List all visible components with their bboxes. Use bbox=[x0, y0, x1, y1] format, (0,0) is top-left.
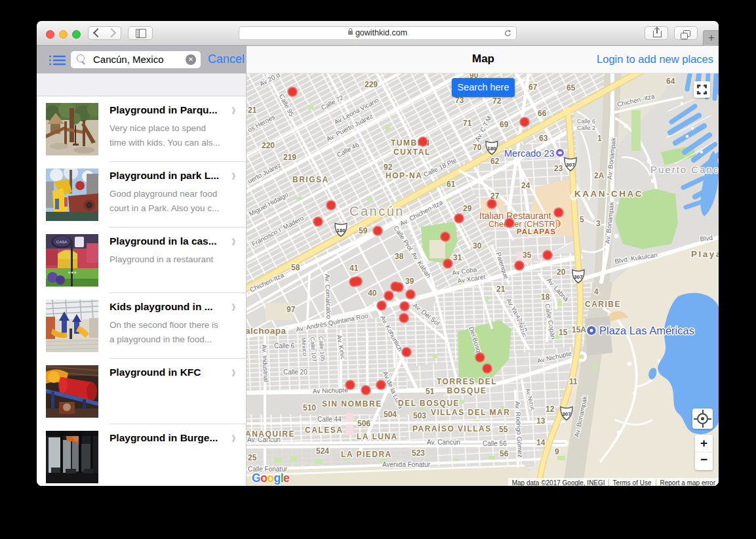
svg-text:510: 510 bbox=[303, 403, 316, 412]
svg-text:307: 307 bbox=[566, 162, 575, 168]
svg-text:72: 72 bbox=[492, 96, 502, 106]
svg-text:15A: 15A bbox=[572, 325, 586, 334]
svg-text:KAAN-CHAC: KAAN-CHAC bbox=[574, 189, 643, 199]
svg-text:67: 67 bbox=[528, 83, 538, 92]
svg-text:Calle 20: Calle 20 bbox=[283, 369, 308, 376]
svg-text:BRIGSA: BRIGSA bbox=[292, 175, 329, 184]
svg-text:524: 524 bbox=[316, 447, 329, 456]
svg-text:21: 21 bbox=[248, 106, 257, 115]
svg-text:Avenida Fonatur: Avenida Fonatur bbox=[382, 461, 431, 468]
svg-text:Calle 56: Calle 56 bbox=[483, 440, 507, 447]
svg-text:VILLAS DEL MAR: VILLAS DEL MAR bbox=[431, 408, 510, 417]
svg-text:51: 51 bbox=[426, 387, 435, 396]
svg-text:PARAÍSO VILLAS: PARAÍSO VILLAS bbox=[412, 424, 492, 433]
svg-text:92: 92 bbox=[384, 163, 393, 172]
svg-text:220: 220 bbox=[262, 141, 275, 150]
svg-text:TORRES DEL: TORRES DEL bbox=[437, 377, 497, 386]
svg-text:307: 307 bbox=[574, 274, 583, 280]
svg-text:Calle 6: Calle 6 bbox=[274, 342, 295, 349]
svg-text:229: 229 bbox=[365, 80, 378, 89]
svg-text:Av Nichupte: Av Nichupte bbox=[313, 386, 349, 395]
svg-text:BOSQUE: BOSQUE bbox=[447, 386, 487, 395]
svg-text:180: 180 bbox=[336, 228, 346, 233]
svg-text:506: 506 bbox=[357, 419, 370, 428]
svg-text:58: 58 bbox=[291, 263, 300, 272]
svg-text:63: 63 bbox=[539, 134, 548, 143]
svg-text:Plaza Las Américas: Plaza Las Américas bbox=[599, 325, 694, 336]
svg-text:Calle 2: Calle 2 bbox=[577, 125, 595, 131]
svg-text:30: 30 bbox=[473, 241, 482, 250]
svg-text:69: 69 bbox=[500, 120, 509, 129]
svg-text:Calle 6: Calle 6 bbox=[577, 118, 595, 125]
svg-text:38: 38 bbox=[395, 252, 404, 261]
svg-text:71: 71 bbox=[463, 119, 472, 128]
svg-text:1: 1 bbox=[597, 134, 602, 143]
svg-text:61: 61 bbox=[447, 180, 456, 189]
svg-text:56: 56 bbox=[500, 449, 509, 458]
svg-text:DEL BOSQUE: DEL BOSQUE bbox=[398, 399, 460, 408]
svg-text:11: 11 bbox=[569, 377, 578, 386]
svg-text:40: 40 bbox=[368, 289, 377, 298]
svg-text:15: 15 bbox=[559, 328, 568, 337]
svg-text:alchoapa: alchoapa bbox=[247, 326, 287, 336]
svg-text:PALAPAS: PALAPAS bbox=[517, 228, 556, 235]
svg-text:5: 5 bbox=[580, 215, 584, 224]
svg-text:CARIBE: CARIBE bbox=[585, 300, 621, 309]
svg-text:41: 41 bbox=[349, 264, 359, 273]
svg-text:HOP-NA: HOP-NA bbox=[386, 171, 422, 180]
svg-text:64: 64 bbox=[666, 77, 675, 86]
svg-text:■ ■ ■: ■ ■ ■ bbox=[68, 270, 76, 274]
svg-text:Blvd: Blvd bbox=[700, 234, 713, 243]
svg-text:503: 503 bbox=[413, 411, 426, 420]
svg-text:62: 62 bbox=[490, 157, 500, 166]
svg-text:504: 504 bbox=[384, 410, 397, 419]
svg-text:66: 66 bbox=[538, 109, 547, 118]
svg-text:20: 20 bbox=[557, 268, 566, 277]
svg-text:70: 70 bbox=[473, 143, 482, 152]
svg-text:13: 13 bbox=[536, 416, 546, 426]
svg-text:29: 29 bbox=[463, 204, 472, 213]
svg-text:523: 523 bbox=[412, 449, 425, 458]
svg-text:3: 3 bbox=[596, 219, 601, 228]
svg-text:59: 59 bbox=[359, 226, 368, 235]
svg-text:CALESA: CALESA bbox=[305, 426, 343, 435]
svg-text:219: 219 bbox=[283, 153, 296, 162]
svg-text:Puerto Cancún: Puerto Cancún bbox=[650, 164, 719, 175]
svg-text:35: 35 bbox=[523, 250, 532, 260]
svg-text:Mercado 23: Mercado 23 bbox=[504, 148, 555, 159]
svg-text:39: 39 bbox=[405, 277, 414, 286]
svg-text:Calle 44: Calle 44 bbox=[317, 416, 342, 423]
svg-text:CUXTAL: CUXTAL bbox=[393, 148, 431, 157]
svg-text:65: 65 bbox=[567, 83, 576, 92]
svg-text:21: 21 bbox=[496, 285, 506, 294]
svg-text:180: 180 bbox=[487, 146, 496, 151]
svg-text:Av. Cancún: Av. Cancún bbox=[427, 439, 460, 446]
svg-text:73: 73 bbox=[455, 96, 464, 105]
svg-text:9: 9 bbox=[555, 447, 559, 456]
svg-text:307: 307 bbox=[562, 411, 571, 417]
svg-text:55: 55 bbox=[499, 425, 508, 434]
svg-text:18: 18 bbox=[541, 292, 550, 302]
svg-text:12: 12 bbox=[546, 405, 555, 414]
svg-text:LA PIEDRA: LA PIEDRA bbox=[341, 450, 392, 459]
svg-text:14: 14 bbox=[536, 438, 546, 447]
svg-text:Playa: Playa bbox=[691, 249, 719, 259]
svg-text:97: 97 bbox=[287, 305, 296, 314]
svg-text:ANAQUIRE: ANAQUIRE bbox=[247, 429, 295, 439]
svg-text:31: 31 bbox=[453, 253, 462, 262]
svg-text:LA LUNA: LA LUNA bbox=[357, 432, 398, 441]
svg-text:SIN NOMBRE: SIN NOMBRE bbox=[322, 399, 382, 409]
svg-text:4: 4 bbox=[594, 287, 599, 296]
svg-text:24: 24 bbox=[521, 181, 530, 190]
svg-text:CASA: CASA bbox=[56, 240, 67, 244]
svg-text:25: 25 bbox=[248, 453, 257, 462]
svg-text:2A: 2A bbox=[594, 171, 605, 180]
svg-text:23: 23 bbox=[554, 164, 563, 173]
svg-text:Cancún: Cancún bbox=[349, 204, 405, 218]
